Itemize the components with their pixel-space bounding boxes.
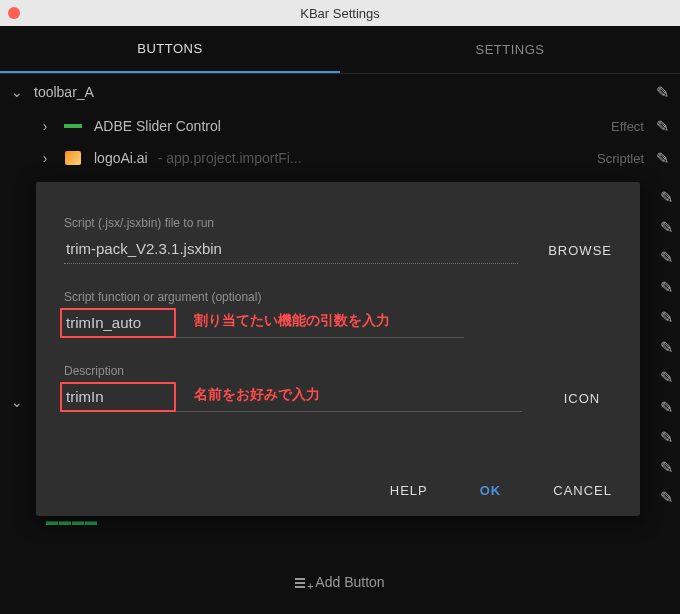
script-file-field: Script (.jsx/.jsxbin) file to run BROWSE	[64, 216, 612, 264]
icon-button[interactable]: ICON	[552, 391, 612, 412]
add-button-label: Add Button	[315, 574, 384, 590]
dialog-button-row: HELP OK CANCEL	[390, 483, 612, 498]
pencil-icon[interactable]: ✎	[654, 83, 670, 102]
pencil-icon[interactable]: ✎	[658, 278, 674, 294]
pencil-icon[interactable]: ✎	[658, 248, 674, 264]
tab-buttons[interactable]: BUTTONS	[0, 26, 340, 73]
ok-button[interactable]: OK	[480, 483, 502, 498]
script-argument-input[interactable]	[64, 310, 464, 338]
pencil-icon[interactable]: ✎	[658, 488, 674, 504]
cancel-button[interactable]: CANCEL	[553, 483, 612, 498]
chevron-right-icon: ›	[38, 150, 52, 166]
item-label: ADBE Slider Control	[94, 118, 221, 134]
pencil-icon[interactable]: ✎	[658, 218, 674, 234]
chevron-down-icon: ⌄	[10, 84, 24, 100]
pencil-icon[interactable]: ✎	[658, 428, 674, 444]
tab-bar: BUTTONS SETTINGS	[0, 26, 680, 74]
edit-button-dialog: Script (.jsx/.jsxbin) file to run BROWSE…	[36, 182, 640, 516]
pencil-icon[interactable]: ✎	[658, 458, 674, 474]
browse-button[interactable]: BROWSE	[548, 243, 612, 264]
script-file-input[interactable]	[64, 236, 518, 264]
pencil-icon[interactable]: ✎	[654, 149, 670, 168]
help-button[interactable]: HELP	[390, 483, 428, 498]
pencil-icon[interactable]: ✎	[658, 308, 674, 324]
script-argument-field: Script function or argument (optional) 割…	[64, 290, 612, 338]
content-area: ⌄ toolbar_A ✎ › ADBE Slider Control Effe…	[0, 74, 680, 614]
chevron-down-icon: ⌄	[10, 394, 24, 410]
field-label: Script function or argument (optional)	[64, 290, 612, 304]
add-button[interactable]: Add Button	[0, 574, 680, 590]
pencil-icon[interactable]: ✎	[658, 368, 674, 384]
window-title: KBar Settings	[0, 6, 680, 21]
pencil-icon[interactable]: ✎	[658, 338, 674, 354]
toolbar-name: toolbar_A	[34, 84, 644, 100]
item-sublabel: - app.project.importFi...	[158, 150, 302, 166]
item-type: Scriptlet	[597, 151, 644, 166]
add-list-icon	[295, 576, 309, 588]
titlebar: KBar Settings	[0, 0, 680, 26]
close-window-button[interactable]	[8, 7, 20, 19]
description-field: Description ICON 名前をお好みで入力	[64, 364, 612, 412]
tab-settings[interactable]: SETTINGS	[340, 26, 680, 73]
field-label: Script (.jsx/.jsxbin) file to run	[64, 216, 612, 230]
field-label: Description	[64, 364, 612, 378]
file-icon	[62, 151, 84, 165]
slider-icon	[62, 119, 84, 133]
hidden-item-hint: ▬▬▬▬	[46, 514, 98, 528]
description-input[interactable]	[64, 384, 522, 412]
item-type: Effect	[611, 119, 644, 134]
pencil-icon[interactable]: ✎	[658, 188, 674, 204]
toolbar-header[interactable]: ⌄ toolbar_A ✎	[0, 74, 680, 110]
pencil-icon[interactable]: ✎	[654, 117, 670, 136]
list-item[interactable]: › logoAi.ai - app.project.importFi... Sc…	[0, 142, 680, 174]
item-label: logoAi.ai	[94, 150, 148, 166]
chevron-right-icon: ›	[38, 118, 52, 134]
pencil-gutter: ✎ ✎ ✎ ✎ ✎ ✎ ✎ ✎ ✎ ✎ ✎	[658, 178, 674, 504]
list-item[interactable]: › ADBE Slider Control Effect ✎	[0, 110, 680, 142]
